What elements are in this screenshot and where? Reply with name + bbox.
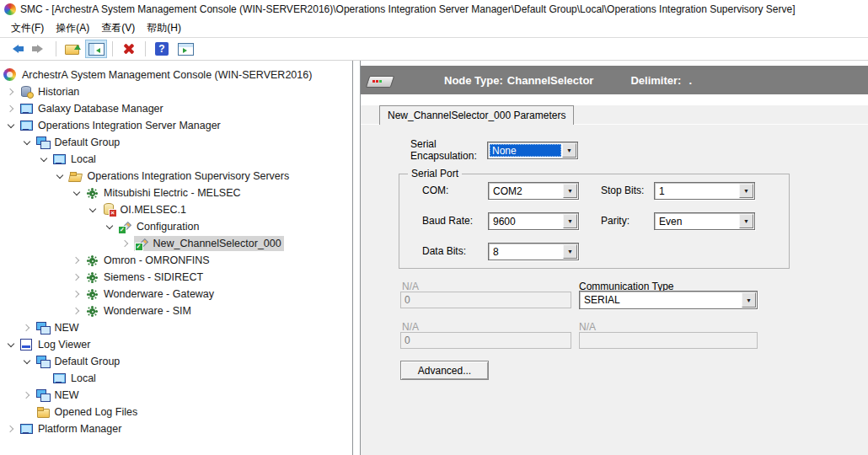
tree-item[interactable]: Local — [0, 370, 352, 387]
advanced-button[interactable]: Advanced... — [400, 361, 489, 380]
tree-item[interactable]: Historian — [0, 83, 352, 100]
tree-item[interactable]: NEW — [0, 319, 352, 336]
dropdown-arrow-icon[interactable]: ▼ — [739, 214, 753, 228]
stop-bits-select[interactable]: 1 ▼ — [654, 182, 755, 200]
title-bar: SMC - [ArchestrA System Management Conso… — [0, 0, 868, 19]
expander-collapsed-icon[interactable] — [68, 286, 84, 302]
expander-expanded-icon[interactable] — [3, 336, 19, 353]
tree-item-content[interactable]: Default Group — [35, 354, 123, 369]
help-button[interactable] — [151, 40, 173, 58]
expander-collapsed-icon[interactable] — [68, 269, 84, 286]
pencil-check-icon — [135, 237, 149, 250]
delete-button[interactable] — [118, 40, 140, 58]
expander-expanded-icon[interactable] — [68, 185, 84, 201]
expander-expanded-icon[interactable] — [101, 218, 117, 235]
menu-item[interactable]: 查看(V) — [95, 19, 141, 37]
tree-item-content[interactable]: Mitsubishi Electric - MELSEC — [84, 185, 244, 201]
expander-expanded-icon[interactable] — [3, 117, 19, 134]
db-error-icon — [102, 203, 116, 217]
tree-item-content[interactable]: Platform Manager — [19, 421, 124, 436]
tree-item[interactable]: Platform Manager — [0, 420, 352, 437]
baud-rate-select[interactable]: 9600 ▼ — [488, 212, 579, 230]
tree-item-content[interactable]: Default Group — [35, 135, 123, 150]
tree-item[interactable]: Operations Integration Server Manager — [0, 117, 352, 134]
data-bits-select[interactable]: 8 ▼ — [488, 243, 579, 260]
tree-item[interactable]: Default Group — [0, 353, 352, 370]
parity-label: Parity: — [601, 215, 630, 227]
expander-collapsed-icon[interactable] — [3, 83, 19, 100]
tree-item[interactable]: Operations Integration Supervisory Serve… — [0, 168, 352, 185]
expander-expanded-icon[interactable] — [52, 168, 68, 185]
tree-item-content[interactable]: Local — [51, 371, 99, 386]
expander-expanded-icon[interactable] — [19, 134, 35, 151]
tree-item-content[interactable]: Galaxy Database Manager — [19, 101, 166, 116]
menu-item[interactable]: 操作(A) — [50, 19, 95, 37]
dropdown-arrow-icon[interactable]: ▼ — [742, 292, 756, 308]
tree-item-content[interactable]: ArchestrA System Management Console (WIN… — [3, 67, 314, 83]
tree-item-content[interactable]: Wonderware - Gateway — [84, 286, 217, 302]
back-button[interactable] — [5, 40, 27, 58]
tree-item[interactable]: Omron - OMRONFINS — [0, 252, 352, 269]
menu-item[interactable]: 文件(F) — [5, 19, 50, 37]
expander-collapsed-icon[interactable] — [3, 100, 19, 117]
tree-item[interactable]: New_ChannelSelector_000 — [0, 235, 352, 252]
parity-select[interactable]: Even ▼ — [654, 212, 755, 230]
parity-value: Even — [656, 215, 738, 228]
expander-collapsed-icon[interactable] — [19, 319, 35, 336]
tree-item-content[interactable]: Opened Log Files — [35, 404, 141, 420]
tree-item[interactable]: Log Viewer — [0, 336, 352, 353]
up-folder-button[interactable] — [62, 40, 83, 58]
tree-item[interactable]: Mitsubishi Electric - MELSEC — [0, 185, 352, 201]
expander-expanded-icon[interactable] — [19, 353, 35, 370]
forward-button[interactable] — [29, 40, 51, 58]
dropdown-arrow-icon[interactable]: ▼ — [563, 244, 577, 259]
tree-item[interactable]: Galaxy Database Manager — [0, 100, 352, 117]
tree-item[interactable]: Wonderware - SIM — [0, 302, 352, 319]
communication-type-select[interactable]: SERIAL ▼ — [579, 291, 758, 309]
tree-item[interactable]: Siemens - SIDIRECT — [0, 269, 352, 286]
tree-item-content[interactable]: Wonderware - SIM — [84, 303, 194, 318]
tree-item[interactable]: Configuration — [0, 218, 352, 235]
com-value: COM2 — [490, 185, 562, 197]
tree-item[interactable]: NEW — [0, 387, 352, 404]
tree-item-content[interactable]: OI.MELSEC.1 — [101, 202, 190, 217]
action-pane-button[interactable] — [174, 40, 196, 58]
tree-item[interactable]: Local — [0, 151, 352, 168]
tab-parameters[interactable]: New_ChannelSelector_000 Parameters — [379, 105, 574, 125]
console-tree-button[interactable] — [85, 40, 107, 58]
tree-item[interactable]: Wonderware - Gateway — [0, 286, 352, 302]
tree-item[interactable]: ArchestrA System Management Console (WIN… — [0, 67, 352, 83]
tree-item-label: Mitsubishi Electric - MELSEC — [104, 187, 241, 199]
expander-collapsed-icon[interactable] — [19, 387, 35, 404]
dropdown-arrow-icon[interactable]: ▼ — [563, 214, 577, 228]
dropdown-arrow-icon[interactable]: ▼ — [562, 143, 576, 158]
expander-expanded-icon[interactable] — [85, 201, 101, 218]
device-icon — [365, 70, 395, 90]
serial-encapsulation-select[interactable]: None ▼ — [487, 142, 578, 159]
tree-item-content[interactable]: NEW — [35, 388, 82, 403]
tree-item-content[interactable]: Siemens - SIDIRECT — [84, 270, 206, 285]
menu-item[interactable]: 帮助(H) — [141, 19, 187, 37]
tree-item[interactable]: Opened Log Files — [0, 404, 352, 420]
tree-item-content[interactable]: Configuration — [117, 219, 201, 234]
expander-expanded-icon[interactable] — [35, 151, 51, 168]
tree-item-selected[interactable]: New_ChannelSelector_000 — [134, 236, 284, 251]
tree-item[interactable]: OI.MELSEC.1 — [0, 201, 352, 218]
tree-item[interactable]: Default Group — [0, 134, 352, 151]
tree-item-content[interactable]: Historian — [19, 84, 82, 99]
com-select[interactable]: COM2 ▼ — [488, 182, 579, 200]
dropdown-arrow-icon[interactable]: ▼ — [739, 184, 753, 198]
tree-item-label: Default Group — [55, 356, 121, 367]
tree-item-content[interactable]: Log Viewer — [19, 337, 93, 352]
expander-collapsed-icon[interactable] — [68, 252, 84, 269]
dropdown-arrow-icon[interactable]: ▼ — [563, 184, 577, 198]
tree-item-content[interactable]: Omron - OMRONFINS — [84, 253, 212, 268]
tree-item-content[interactable]: Operations Integration Server Manager — [19, 118, 223, 133]
expander-collapsed-icon[interactable] — [118, 235, 134, 252]
expander-collapsed-icon[interactable] — [3, 420, 19, 437]
tree-item-label: Galaxy Database Manager — [38, 103, 163, 115]
expander-collapsed-icon[interactable] — [68, 302, 84, 319]
tree-item-content[interactable]: Local — [51, 152, 99, 167]
tree-item-content[interactable]: Operations Integration Supervisory Serve… — [68, 169, 292, 184]
tree-item-content[interactable]: NEW — [35, 320, 82, 335]
